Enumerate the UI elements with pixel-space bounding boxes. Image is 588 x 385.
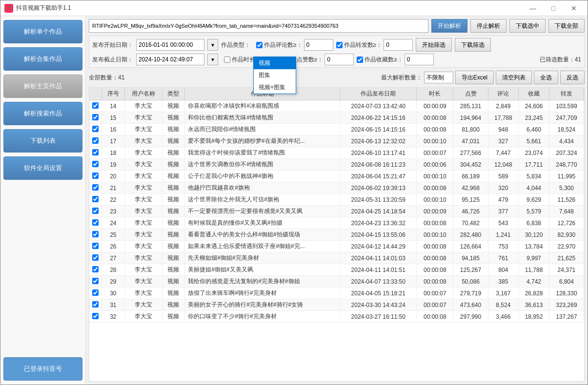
row-checkbox-cell[interactable] [89, 147, 102, 159]
row-checkbox-cell[interactable] [89, 124, 102, 135]
row-checkbox-cell[interactable] [89, 112, 102, 124]
row-checkbox[interactable] [92, 114, 99, 120]
row-comments: 589 [488, 171, 519, 182]
row-checkbox[interactable] [92, 254, 99, 261]
row-user: 李大宝 [124, 288, 162, 299]
row-checkbox[interactable] [92, 149, 99, 155]
clear-list-button[interactable]: 清空列表 [496, 71, 532, 84]
row-checkbox-cell[interactable] [89, 182, 102, 194]
collects-value-input[interactable] [405, 54, 434, 65]
download-selected-button[interactable]: 下载选中 [509, 19, 546, 33]
row-date: 2024-04-23 13:36:32 [340, 217, 417, 229]
row-checkbox[interactable] [92, 126, 99, 132]
row-comments: 753 [488, 241, 519, 252]
max-parse-input[interactable] [424, 72, 453, 83]
row-checkbox[interactable] [92, 278, 99, 284]
row-collects: 9,629 [519, 194, 549, 206]
comments-checkbox[interactable] [256, 42, 263, 48]
minimize-button[interactable]: — [523, 2, 543, 14]
start-date-picker-button[interactable]: ▼ [207, 39, 218, 51]
parse-single-button[interactable]: 解析单个作品 [3, 20, 82, 43]
row-checkbox[interactable] [92, 102, 99, 109]
dropdown-item-album[interactable]: 图集 [254, 69, 296, 81]
row-checkbox[interactable] [92, 219, 99, 226]
row-checkbox[interactable] [92, 208, 99, 214]
row-checkbox[interactable] [92, 184, 99, 191]
row-checkbox[interactable] [92, 289, 99, 296]
row-checkbox[interactable] [92, 161, 99, 167]
reposts-checkbox[interactable] [336, 42, 343, 48]
row-type: 视频 [162, 100, 185, 112]
row-checkbox[interactable] [92, 173, 99, 179]
row-reposts: 21,625 [549, 252, 584, 264]
maximize-button[interactable]: □ [544, 2, 563, 14]
end-date-picker-button[interactable]: ▼ [207, 54, 218, 65]
comments-value-input[interactable] [304, 39, 333, 51]
row-title: 他越拧巴我越喜欢#旗袍 [185, 182, 340, 194]
row-checkbox-cell[interactable] [89, 299, 102, 311]
row-id: 27 [102, 252, 125, 264]
table-row: 26 李大宝 视频 如果未来遇上伯乐爱情遇到双子座#御姐#完... 2024-0… [89, 241, 584, 252]
row-type: 视频 [162, 159, 185, 171]
row-checkbox-cell[interactable] [89, 311, 102, 323]
table-container[interactable]: 序号 用户名称 类型 作品标题 作品发布日期 时长 点赞 评论 收藏 转发 [89, 87, 585, 382]
row-checkbox-cell[interactable] [89, 276, 102, 288]
row-checkbox-cell[interactable] [89, 206, 102, 217]
settings-button[interactable]: 软件全局设置 [3, 156, 82, 180]
row-type: 视频 [162, 217, 185, 229]
close-button[interactable]: ✕ [564, 2, 584, 14]
row-title: 爱不爱我#每个女孩的婚纱梦#在最美的年纪... [185, 135, 340, 147]
row-checkbox-cell[interactable] [89, 194, 102, 206]
export-excel-button[interactable]: 导出Excel [455, 71, 494, 84]
row-title: 有时候我是真的懂你#又美又飒#拍摄 [185, 217, 340, 229]
row-checkbox-cell[interactable] [89, 100, 102, 112]
row-checkbox-cell[interactable] [89, 252, 102, 264]
row-checkbox[interactable] [92, 301, 99, 308]
row-checkbox-cell[interactable] [89, 171, 102, 182]
parse-search-button[interactable]: 解析搜索作品 [3, 102, 82, 125]
download-filtered-button[interactable]: 下载筛选 [455, 38, 491, 52]
url-input[interactable] [89, 19, 428, 33]
row-likes: 473,640 [453, 299, 488, 311]
row-likes: 125,267 [453, 264, 488, 276]
download-list-button[interactable]: 下载列表 [3, 129, 82, 153]
row-checkbox-cell[interactable] [89, 159, 102, 171]
reposts-value-input[interactable] [384, 39, 413, 51]
table-row: 30 李大宝 视频 放假了出来骑车啊#骑行#完美身材 2024-04-05 15… [89, 288, 584, 299]
stop-parse-button[interactable]: 停止解析 [470, 19, 507, 33]
row-checkbox[interactable] [92, 313, 99, 319]
row-checkbox-cell[interactable] [89, 217, 102, 229]
end-date-input[interactable] [136, 54, 204, 65]
row-type: 视频 [162, 147, 185, 159]
dropdown-item-both[interactable]: 视频+图集 [254, 81, 296, 94]
row-checkbox[interactable] [92, 196, 99, 202]
collects-checkbox[interactable] [357, 57, 363, 63]
parse-collection-button[interactable]: 解析合集作品 [3, 47, 82, 71]
row-checkbox-cell[interactable] [89, 264, 102, 276]
row-type: 视频 [162, 182, 185, 194]
row-comments: 2,849 [488, 100, 519, 112]
table-row: 32 李大宝 视频 你的口味变了不少#骑行#完美身材 2024-03-27 16… [89, 311, 584, 323]
start-filter-button[interactable]: 开始筛选 [416, 38, 452, 52]
row-checkbox-cell[interactable] [89, 135, 102, 147]
header-date: 作品发布日期 [340, 88, 417, 100]
row-type: 视频 [162, 194, 185, 206]
reposts-label: 作品转发数≥： [344, 41, 383, 49]
app-icon: 🎵 [4, 4, 13, 13]
row-checkbox[interactable] [92, 243, 99, 249]
duration-checkbox[interactable] [224, 57, 230, 63]
invert-button[interactable]: 反选 [560, 71, 585, 84]
dropdown-item-video[interactable]: 视频 [254, 57, 296, 69]
row-checkbox[interactable] [92, 231, 99, 237]
row-checkbox-cell[interactable] [89, 229, 102, 241]
start-parse-button[interactable]: 开始解析 [431, 19, 467, 33]
row-checkbox-cell[interactable] [89, 241, 102, 252]
download-all-button[interactable]: 下载全部 [548, 19, 585, 33]
row-user: 李大宝 [124, 112, 162, 124]
start-date-input[interactable] [136, 39, 204, 51]
select-all-button[interactable]: 全选 [534, 71, 558, 84]
likes-value-input[interactable] [324, 54, 354, 65]
row-checkbox[interactable] [92, 137, 99, 144]
row-checkbox-cell[interactable] [89, 288, 102, 299]
row-checkbox[interactable] [92, 266, 99, 272]
